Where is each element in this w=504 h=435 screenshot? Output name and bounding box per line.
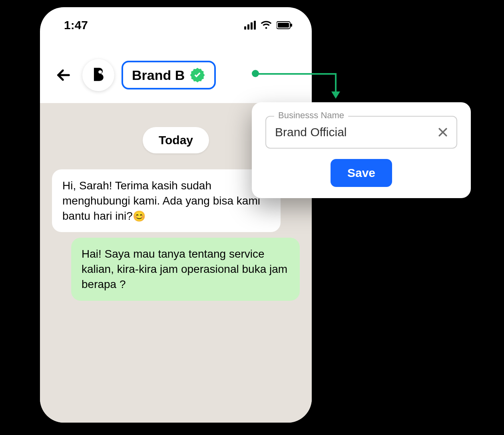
- date-separator: Today: [143, 127, 209, 153]
- brand-name-text: Brand B: [132, 68, 185, 83]
- arrow-down-icon: [331, 91, 340, 99]
- cellular-signal-icon: [244, 21, 256, 30]
- business-name-input[interactable]: [265, 116, 457, 149]
- edit-business-name-popover: Businesss Name Save: [252, 102, 471, 198]
- wifi-icon: [261, 20, 272, 31]
- brand-name-chip[interactable]: Brand B: [122, 61, 216, 89]
- verified-badge-icon: [189, 67, 205, 83]
- svg-rect-1: [278, 23, 289, 28]
- message-text: Hi, Sarah! Terima kasih sudah menghubung…: [62, 179, 260, 222]
- business-name-field-wrap: Businesss Name: [265, 116, 457, 149]
- back-button[interactable]: [52, 64, 75, 87]
- clear-input-button[interactable]: [436, 125, 450, 139]
- business-name-label: Businesss Name: [274, 110, 348, 121]
- status-bar: 1:47: [40, 7, 312, 43]
- battery-icon: [277, 21, 293, 29]
- arrow-left-icon: [56, 67, 72, 83]
- phone-frame: 1:47 Brand B: [40, 7, 312, 423]
- smile-emoji-icon: 😊: [133, 210, 145, 222]
- message-text: Hai! Saya mau tanya tentang service kali…: [82, 248, 287, 290]
- brand-logo-icon: [90, 66, 107, 84]
- chat-header: Brand B: [40, 47, 312, 103]
- close-icon: [437, 126, 449, 138]
- message-outgoing: Hai! Saya mau tanya tentang service kali…: [71, 238, 300, 300]
- svg-rect-2: [291, 24, 292, 27]
- save-button[interactable]: Save: [331, 159, 392, 187]
- status-time: 1:47: [64, 18, 88, 32]
- brand-avatar[interactable]: [82, 59, 114, 91]
- status-right: [244, 20, 293, 31]
- message-incoming: Hi, Sarah! Terima kasih sudah menghubung…: [52, 169, 281, 232]
